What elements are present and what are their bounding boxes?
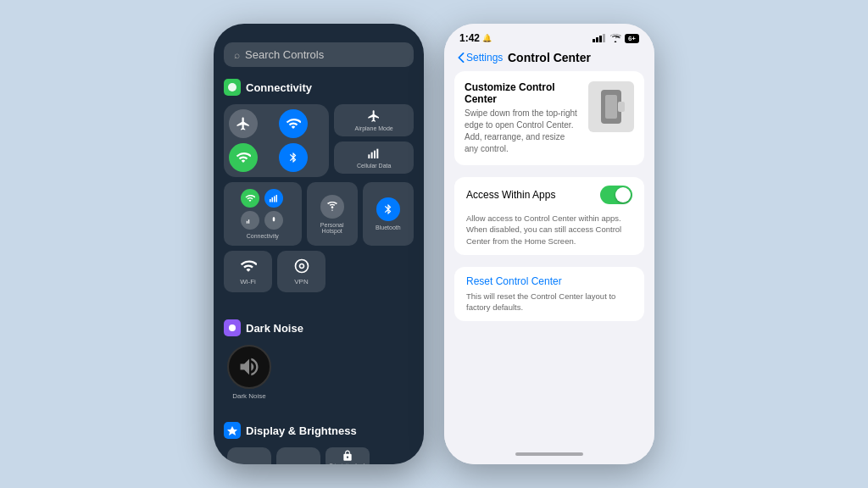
wifi-label: Wi-Fi <box>240 278 256 286</box>
svg-rect-3 <box>374 151 376 158</box>
bell-icon: 🔔 <box>482 34 492 42</box>
big-connectivity-block <box>224 104 329 177</box>
customize-card-title: Customize Control Center <box>465 81 580 105</box>
wifi-icon-circle[interactable] <box>279 109 308 138</box>
dark-noise-section-icon <box>224 319 241 336</box>
connectivity-section: Connectivity <box>224 79 414 297</box>
search-bar[interactable]: ⌕ Search Controls <box>224 42 414 67</box>
brightness-slider[interactable] <box>227 447 271 464</box>
display-section: Display & Brightness Orientation Lock Sc… <box>224 422 414 464</box>
nav-title: Control Center <box>508 51 591 64</box>
svg-rect-8 <box>275 195 277 202</box>
access-toggle-row: Access Within Apps <box>454 177 644 213</box>
svg-rect-9 <box>247 221 248 224</box>
customize-card-desc: Swipe down from the top-right edge to op… <box>465 108 580 155</box>
svg-point-11 <box>295 260 308 273</box>
cellular-data-label: Cellular Data <box>357 163 391 169</box>
dark-noise-item[interactable]: Dark Noise <box>227 345 271 400</box>
svg-point-0 <box>228 83 236 92</box>
lock-recording-col: Orientation Lock Screen Recording <box>326 447 370 464</box>
svg-marker-13 <box>227 426 237 435</box>
vpn-cell[interactable]: VPN <box>277 251 326 292</box>
customize-card-image <box>588 81 634 132</box>
customize-card-text: Customize Control Center Swipe down from… <box>465 81 580 155</box>
access-toggle-desc: Allow access to Control Center within ap… <box>454 213 644 255</box>
mini-signal <box>241 211 259 230</box>
reset-card: Reset Control Center This will reset the… <box>454 267 644 322</box>
connectivity-bottom-label: Connectivity <box>247 233 279 239</box>
bluetooth-circle[interactable] <box>279 143 308 172</box>
mini-cells <box>264 189 283 208</box>
settings-content: Customize Control Center Swipe down from… <box>444 71 654 444</box>
airplane-mode-label: Airplane Mode <box>355 125 393 131</box>
svg-rect-10 <box>248 219 249 224</box>
nav-bar: Settings Control Center <box>444 47 654 71</box>
left-phone: ⌕ Search Controls Connectivity <box>214 24 424 464</box>
wifi-active-circle[interactable] <box>229 143 258 172</box>
phone-thumb-graphic <box>601 90 621 124</box>
access-within-apps-card: Access Within Apps Allow access to Contr… <box>454 177 644 255</box>
time-display: 1:42 🔔 <box>459 32 492 44</box>
customize-card: Customize Control Center Swipe down from… <box>454 71 644 165</box>
wifi-vpn-row: Wi-Fi VPN <box>224 251 414 292</box>
status-icons: 6+ <box>593 34 639 43</box>
search-icon: ⌕ <box>234 49 240 61</box>
access-toggle-label: Access Within Apps <box>466 189 555 201</box>
toggle-knob <box>615 187 631 202</box>
dark-noise-circle <box>227 345 271 389</box>
airplane-icon-circle[interactable] <box>229 109 258 138</box>
display-title: Display & Brightness <box>246 424 357 437</box>
access-toggle-switch[interactable] <box>600 186 632 204</box>
status-bar: 1:42 🔔 6+ <box>444 24 654 47</box>
dark-noise-title: Dark Noise <box>246 322 303 335</box>
svg-rect-1 <box>369 154 370 158</box>
svg-rect-6 <box>271 197 273 202</box>
back-button[interactable]: Settings <box>458 52 503 64</box>
small-connectivity-stack: Airplane Mode Cellular Data <box>334 104 414 177</box>
wifi-cell[interactable]: Wi-Fi <box>224 251 272 292</box>
spacer <box>331 251 414 292</box>
right-phone: 1:42 🔔 6+ Settings Control C <box>444 24 654 464</box>
connectivity-bottom-row: Connectivity Personal Hotspot Bluetooth <box>224 182 414 246</box>
reset-desc: This will reset the Control Center layou… <box>466 291 632 313</box>
bluetooth-cell[interactable]: Bluetooth <box>363 182 414 246</box>
reset-row: Reset Control Center This will reset the… <box>454 267 644 322</box>
svg-rect-7 <box>274 197 275 202</box>
dark-noise-content: Dark Noise <box>224 345 414 400</box>
mini-wifi <box>241 189 259 208</box>
connectivity-title: Connectivity <box>246 81 312 94</box>
svg-rect-16 <box>593 39 595 42</box>
bluetooth-icon <box>376 197 400 221</box>
home-bar <box>515 452 583 456</box>
phone-thumbnail <box>601 90 621 124</box>
back-chevron-icon <box>458 53 465 63</box>
svg-rect-2 <box>371 152 373 158</box>
time-text: 1:42 <box>459 32 480 44</box>
bluetooth-label: Bluetooth <box>376 225 401 230</box>
dark-noise-label: Dark Noise <box>232 392 266 400</box>
hotspot-label: Personal Hotspot <box>310 222 354 234</box>
airplane-mode-cell[interactable]: Airplane Mode <box>334 104 414 136</box>
signal-icon <box>593 34 606 42</box>
display-content: Orientation Lock Screen Recording <box>224 447 414 464</box>
svg-point-12 <box>229 324 236 331</box>
personal-hotspot-cell[interactable]: Personal Hotspot <box>307 182 358 246</box>
mini-mic <box>264 211 283 230</box>
svg-rect-17 <box>596 37 598 42</box>
connectivity-section-icon <box>224 79 241 96</box>
vpn-label: VPN <box>294 278 308 286</box>
battery-icon: 6+ <box>625 34 639 43</box>
cellular-data-cell[interactable]: Cellular Data <box>334 141 414 174</box>
connectivity-cell[interactable]: Connectivity <box>224 182 302 246</box>
wifi-status-icon <box>609 34 621 42</box>
thumb-knob <box>618 102 625 112</box>
section-header-connectivity: Connectivity <box>224 79 414 96</box>
home-indicator <box>444 444 654 464</box>
display-section-icon <box>224 422 241 439</box>
dark-noise-header: Dark Noise <box>224 319 414 336</box>
reset-label[interactable]: Reset Control Center <box>466 275 632 287</box>
search-placeholder: Search Controls <box>245 48 324 61</box>
customize-card-row: Customize Control Center Swipe down from… <box>454 71 644 165</box>
volume-slider[interactable] <box>276 447 320 464</box>
orientation-lock-cell[interactable]: Orientation Lock <box>326 447 370 464</box>
